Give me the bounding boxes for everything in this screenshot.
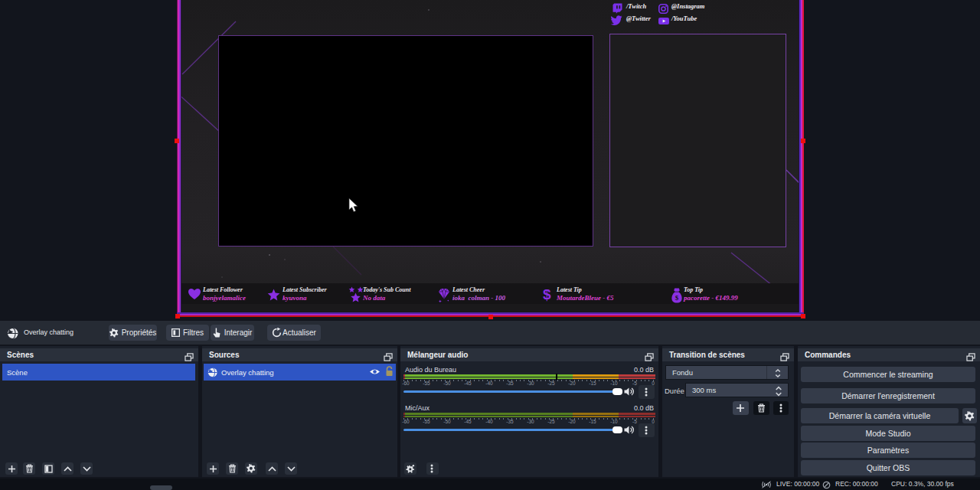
svg-text:$: $ <box>675 294 679 302</box>
